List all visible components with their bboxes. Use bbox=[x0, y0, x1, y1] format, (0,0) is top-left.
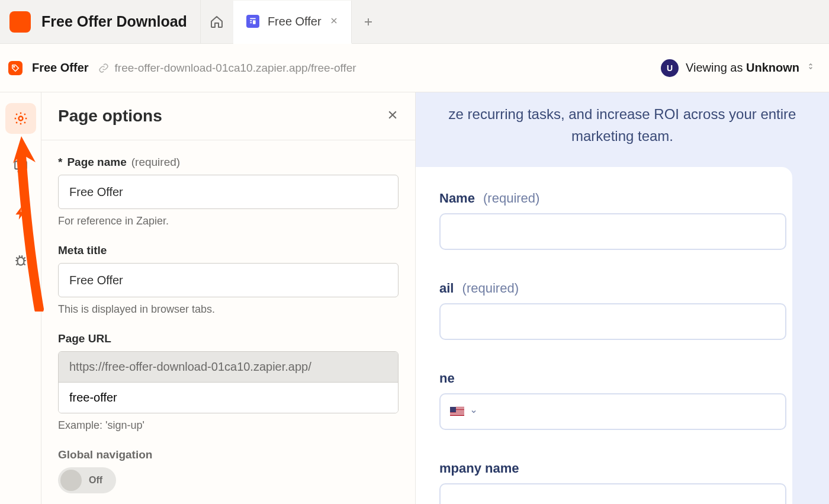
svg-rect-4 bbox=[17, 258, 24, 265]
field-meta-title: Meta title This is displayed in browser … bbox=[58, 244, 399, 316]
form-company-label: mpany name bbox=[439, 461, 519, 476]
panel-close-button[interactable] bbox=[387, 108, 399, 124]
panel-title: Page options bbox=[58, 107, 162, 126]
rail-page-options-button[interactable] bbox=[5, 103, 36, 134]
tab-free-offer[interactable]: Free Offer bbox=[233, 1, 352, 44]
global-nav-toggle[interactable]: Off bbox=[58, 467, 116, 493]
bolt-icon bbox=[13, 206, 28, 221]
user-avatar: U bbox=[661, 59, 679, 77]
meta-title-input[interactable] bbox=[58, 263, 399, 297]
form-name-required: (required) bbox=[483, 191, 539, 206]
svg-point-1 bbox=[14, 66, 15, 67]
project-color-square bbox=[9, 11, 31, 33]
close-icon bbox=[387, 109, 399, 121]
tab-strip: Free Offer Download Free Offer bbox=[0, 0, 829, 44]
form-name-input[interactable] bbox=[439, 213, 786, 250]
rail-debug-button[interactable] bbox=[5, 245, 36, 276]
page-url-prefix: https://free-offer-download-01ca10.zapie… bbox=[59, 352, 398, 383]
toggle-state: Off bbox=[89, 475, 102, 486]
field-page-url: Page URL https://free-offer-download-01c… bbox=[58, 332, 399, 432]
rail-actions-button[interactable] bbox=[5, 198, 36, 229]
page-url-label: Page URL bbox=[58, 332, 111, 345]
form-field-phone: ne bbox=[439, 371, 786, 430]
chevron-down-icon bbox=[470, 408, 477, 415]
us-flag-icon bbox=[450, 407, 464, 416]
form-card: Name (required) ail (required) ne bbox=[416, 167, 792, 504]
form-field-name: Name (required) bbox=[439, 191, 786, 250]
close-icon bbox=[330, 17, 338, 25]
toggle-knob bbox=[60, 470, 82, 491]
tab-label: Free Offer bbox=[268, 15, 322, 28]
page-url-display[interactable]: free-offer-download-01ca10.zapier.app/fr… bbox=[98, 62, 356, 75]
tab-close-button[interactable] bbox=[330, 15, 338, 28]
chevron-updown-icon bbox=[806, 61, 815, 75]
meta-title-label: Meta title bbox=[58, 244, 107, 257]
page-icon bbox=[246, 15, 259, 28]
form-email-input[interactable] bbox=[439, 303, 786, 340]
tag-icon bbox=[11, 64, 20, 72]
required-star: * bbox=[58, 156, 62, 169]
link-icon bbox=[98, 63, 109, 73]
bug-icon bbox=[13, 253, 28, 268]
form-phone-input[interactable] bbox=[439, 393, 786, 430]
hero-copy-fragment: ze recurring tasks, and increase ROI acr… bbox=[416, 103, 829, 160]
rail-preview-button[interactable] bbox=[5, 150, 36, 181]
page-name-label: Page name bbox=[67, 156, 126, 169]
required-text: (required) bbox=[131, 156, 180, 169]
form-name-label: Name bbox=[439, 191, 475, 206]
form-email-required: (required) bbox=[462, 281, 519, 296]
left-rail bbox=[0, 92, 41, 504]
page-name-header[interactable]: Free Offer bbox=[32, 61, 89, 75]
field-page-name: * Page name (required) For reference in … bbox=[58, 156, 399, 227]
form-company-input[interactable] bbox=[439, 483, 786, 504]
field-global-nav: Global navigation Off bbox=[58, 448, 399, 493]
monitor-icon bbox=[13, 158, 28, 174]
page-url-input[interactable] bbox=[59, 383, 398, 413]
gear-icon bbox=[13, 111, 28, 126]
home-button[interactable] bbox=[200, 0, 233, 43]
page-canvas[interactable]: ze recurring tasks, and increase ROI acr… bbox=[416, 92, 829, 504]
form-field-email: ail (required) bbox=[439, 281, 786, 340]
project-header: Free Offer Download bbox=[0, 0, 200, 43]
editor-body: Page options * Page name (required) For … bbox=[0, 92, 829, 504]
plus-icon bbox=[363, 17, 374, 27]
form-phone-label: ne bbox=[439, 371, 455, 386]
page-url-help: Example: 'sign-up' bbox=[58, 419, 399, 432]
page-type-badge bbox=[8, 61, 23, 75]
global-nav-label: Global navigation bbox=[58, 448, 399, 461]
page-options-panel: Page options * Page name (required) For … bbox=[41, 92, 416, 504]
new-tab-button[interactable] bbox=[352, 0, 385, 43]
project-title: Free Offer Download bbox=[41, 13, 187, 30]
svg-rect-0 bbox=[253, 20, 256, 24]
viewing-as-label: Viewing as Unknown bbox=[686, 61, 799, 75]
svg-point-2 bbox=[18, 117, 23, 121]
svg-rect-3 bbox=[15, 161, 27, 169]
home-icon bbox=[210, 15, 224, 29]
form-field-company: mpany name bbox=[439, 461, 786, 504]
form-email-label: ail bbox=[439, 281, 454, 296]
meta-title-help: This is displayed in browser tabs. bbox=[58, 303, 399, 316]
page-name-help: For reference in Zapier. bbox=[58, 215, 399, 227]
page-header: Free Offer free-offer-download-01ca10.za… bbox=[0, 44, 829, 92]
page-name-input[interactable] bbox=[58, 175, 399, 209]
viewing-as-selector[interactable]: U Viewing as Unknown bbox=[661, 59, 815, 77]
page-url-text: free-offer-download-01ca10.zapier.app/fr… bbox=[115, 62, 356, 75]
